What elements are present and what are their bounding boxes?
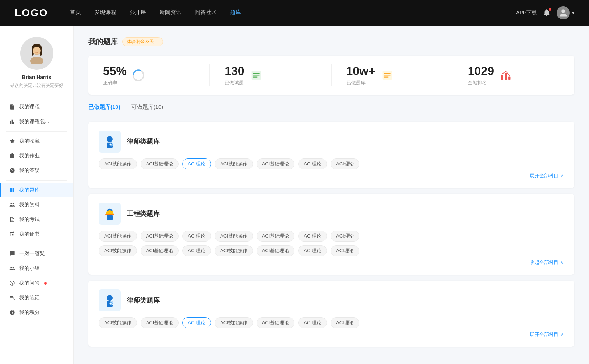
sidebar-item-profile[interactable]: 我的资料 xyxy=(0,197,73,212)
tab-available-banks[interactable]: 可做题库(10) xyxy=(131,104,163,114)
bank-card-3-expand[interactable]: 展开全部科目 ∨ xyxy=(99,331,564,338)
stat-done-banks: 10w+ 已做题库 xyxy=(332,64,453,86)
bank-card-1-expand[interactable]: 展开全部科目 ∨ xyxy=(99,172,564,179)
bank-card-2-icon xyxy=(99,203,121,225)
notification-dot xyxy=(549,8,551,11)
tag-2-12[interactable]: ACI理论 xyxy=(298,245,327,256)
tag-2-0[interactable]: ACI技能操作 xyxy=(99,231,137,242)
tag-3-5[interactable]: ACI理论 xyxy=(298,317,327,328)
tag-3-1[interactable]: ACI基础理论 xyxy=(141,317,179,328)
sidebar-item-exam[interactable]: 我的考试 xyxy=(0,212,73,227)
tag-2-8[interactable]: ACI基础理论 xyxy=(141,245,179,256)
sidebar-item-points[interactable]: 我的积分 xyxy=(0,305,73,320)
bank-card-2-collapse[interactable]: 收起全部科目 ∧ xyxy=(99,259,564,266)
svg-rect-9 xyxy=(253,72,260,73)
certificate-icon xyxy=(9,231,15,238)
app-download-link[interactable]: APP下载 xyxy=(516,10,537,16)
nav-discover[interactable]: 发现课程 xyxy=(94,9,116,17)
stat-banks-label: 已做题库 xyxy=(346,79,375,86)
stats-row: 55% 正确率 130 已做试题 xyxy=(88,56,574,95)
tag-2-6[interactable]: ACI理论 xyxy=(331,231,359,242)
sidebar-item-courses[interactable]: 我的课程 xyxy=(0,100,73,114)
tag-2-7[interactable]: ACI技能操作 xyxy=(99,245,137,256)
note-icon xyxy=(9,295,15,301)
tag-1-1[interactable]: ACI基础理论 xyxy=(141,158,179,169)
avatar-chevron: ▾ xyxy=(572,10,574,15)
accuracy-icon xyxy=(132,69,145,82)
tag-2-2[interactable]: ACI理论 xyxy=(182,231,211,242)
bank-card-2-title: 工程类题库 xyxy=(127,209,160,218)
tag-2-4[interactable]: ACI基础理论 xyxy=(257,231,295,242)
svg-point-27 xyxy=(107,295,113,301)
tag-1-5[interactable]: ACI理论 xyxy=(298,158,327,169)
sidebar-label-questions: 我的问答 xyxy=(19,280,40,286)
nav-question-bank[interactable]: 题库 xyxy=(230,9,241,17)
tag-2-11[interactable]: ACI基础理论 xyxy=(257,245,295,256)
tag-3-4[interactable]: ACI基础理论 xyxy=(257,317,295,328)
sidebar-label-favorites: 我的收藏 xyxy=(19,138,40,144)
svg-rect-26 xyxy=(105,214,114,215)
nav-home[interactable]: 首页 xyxy=(70,9,81,17)
nav-qa[interactable]: 问答社区 xyxy=(195,9,217,17)
tag-3-2[interactable]: ACI理论 xyxy=(182,317,211,328)
user-avatar-menu[interactable]: ▾ xyxy=(557,6,574,19)
sidebar-label-certificate: 我的证书 xyxy=(19,231,40,238)
tag-3-3[interactable]: ACI技能操作 xyxy=(215,317,253,328)
tag-1-3[interactable]: ACI技能操作 xyxy=(215,158,253,169)
nav-open-course[interactable]: 公开课 xyxy=(130,9,146,17)
tag-2-13[interactable]: ACI理论 xyxy=(331,245,359,256)
sidebar-label-homework: 我的作业 xyxy=(19,153,40,159)
tag-1-2[interactable]: ACI理论 xyxy=(182,158,211,169)
sidebar-item-packages[interactable]: 我的课程包... xyxy=(0,114,73,129)
sidebar: Brian Harris 错误的决定比没有决定要好 我的课程 我的课程包... xyxy=(0,26,74,364)
stat-accuracy-text: 55% 正确率 xyxy=(103,64,127,86)
sidebar-label-exam: 我的考试 xyxy=(19,216,40,223)
tag-1-4[interactable]: ACI基础理论 xyxy=(257,158,295,169)
sidebar-item-qa[interactable]: 我的答疑 xyxy=(0,163,73,178)
sidebar-label-one-on-one: 一对一答疑 xyxy=(19,250,45,257)
sidebar-item-notes[interactable]: 我的笔记 xyxy=(0,290,73,305)
notification-bell[interactable] xyxy=(543,8,551,18)
question-circle-icon xyxy=(9,280,15,286)
tag-2-5[interactable]: ACI理论 xyxy=(298,231,327,242)
stat-accuracy: 55% 正确率 xyxy=(88,64,210,86)
tag-2-9[interactable]: ACI理论 xyxy=(182,245,211,256)
svg-point-19 xyxy=(107,136,113,142)
bank-card-2-tags-row2: ACI技能操作 ACI基础理论 ACI理论 ACI技能操作 ACI基础理论 AC… xyxy=(99,245,564,256)
sidebar-item-questions[interactable]: 我的问答 xyxy=(0,276,73,290)
tag-2-3[interactable]: ACI技能操作 xyxy=(215,231,253,242)
tab-done-banks[interactable]: 已做题库(10) xyxy=(88,104,120,114)
stat-done-label: 已做试题 xyxy=(225,79,244,86)
sidebar-sep-2 xyxy=(6,180,67,181)
tag-3-0[interactable]: ACI技能操作 xyxy=(99,317,137,328)
questions-notification-dot xyxy=(44,282,47,285)
nav-news[interactable]: 新闻资讯 xyxy=(159,9,181,17)
stat-done-questions: 130 已做试题 xyxy=(210,64,331,86)
tag-2-1[interactable]: ACI基础理论 xyxy=(141,231,179,242)
sidebar-item-group[interactable]: 我的小组 xyxy=(0,261,73,276)
sidebar-label-group: 我的小组 xyxy=(19,265,40,272)
user-motto: 错误的决定比没有决定要好 xyxy=(4,82,69,89)
sidebar-item-certificate[interactable]: 我的证书 xyxy=(0,227,73,242)
sidebar-item-question-bank[interactable]: 我的题库 xyxy=(0,183,73,197)
stat-rank-label: 全站排名 xyxy=(468,79,494,86)
sidebar-item-favorites[interactable]: 我的收藏 xyxy=(0,134,73,149)
logo[interactable]: LOGO xyxy=(15,7,48,19)
tag-3-6[interactable]: ACI理论 xyxy=(331,317,359,328)
svg-rect-16 xyxy=(501,75,503,80)
sidebar-item-one-on-one[interactable]: 一对一答疑 xyxy=(0,246,73,261)
stat-rank-value: 1029 xyxy=(468,64,494,78)
tag-1-0[interactable]: ACI技能操作 xyxy=(99,158,137,169)
bank-card-1-icon xyxy=(99,131,121,153)
tag-2-10[interactable]: ACI技能操作 xyxy=(215,245,253,256)
nav-more[interactable]: ··· xyxy=(254,9,260,17)
points-icon xyxy=(9,309,15,316)
bank-card-1-title: 律师类题库 xyxy=(127,137,160,146)
svg-rect-10 xyxy=(253,75,260,75)
stat-banks-text: 10w+ 已做题库 xyxy=(346,64,375,86)
sidebar-item-homework[interactable]: 我的作业 xyxy=(0,149,73,163)
tag-1-6[interactable]: ACI理论 xyxy=(331,158,359,169)
svg-rect-25 xyxy=(107,215,113,220)
user-name: Brian Harris xyxy=(22,74,51,80)
bank-card-1-tags: ACI技能操作 ACI基础理论 ACI理论 ACI技能操作 ACI基础理论 AC… xyxy=(99,158,564,169)
